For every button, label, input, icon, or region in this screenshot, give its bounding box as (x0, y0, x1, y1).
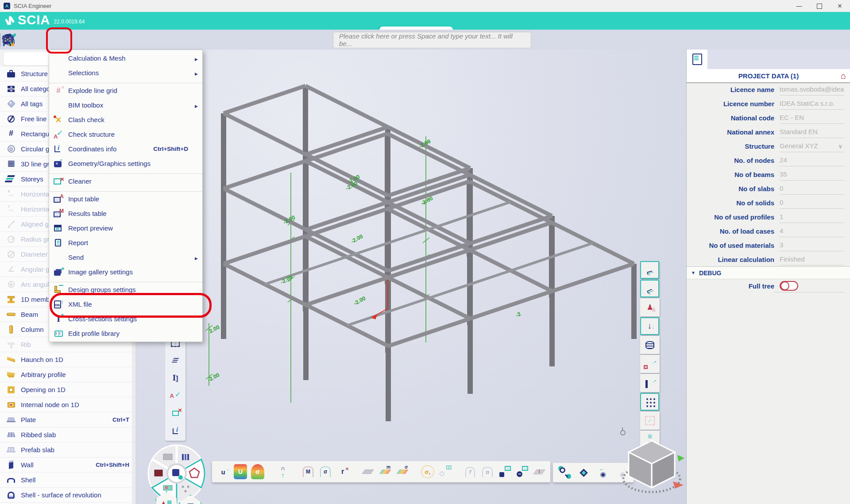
project-data-tab[interactable] (687, 50, 707, 69)
project-data-row: No of solids 0 (687, 196, 850, 210)
sidebar-item[interactable]: Prefab slab (0, 442, 135, 458)
supports-icon[interactable] (640, 317, 659, 335)
model-viewport[interactable]: -2.00-2.00-2.00-2.00-2.00-2.00-2.00-2.00… (136, 50, 686, 504)
sidebar-item[interactable]: Shell - surface of revolution (0, 488, 135, 503)
member-axes-icon[interactable] (336, 464, 349, 479)
user-account-icon[interactable] (0, 32, 16, 47)
navigation-cube[interactable] (616, 435, 687, 502)
displacement-U-icon[interactable] (234, 464, 247, 479)
point-grid-icon[interactable] (640, 393, 659, 411)
home-icon[interactable]: ⌂ (841, 71, 846, 80)
sigma-z-icon[interactable] (421, 465, 434, 478)
slab-sigma-icon[interactable] (396, 464, 409, 479)
menu-item[interactable]: Explode line grid (49, 83, 202, 98)
close-button[interactable]: ✕ (830, 0, 850, 12)
debug-section-header[interactable]: ▼ DEBUG (687, 266, 850, 279)
cleaner-icon[interactable] (167, 406, 184, 420)
storeys-icon (4, 173, 18, 185)
property-label: National annex (687, 128, 780, 136)
menu-item[interactable]: Coordinates info Ctrl+Shift+D (49, 142, 202, 156)
horizontal-x-icon (4, 189, 18, 200)
slab-m-icon[interactable] (379, 464, 392, 479)
mesh-icon[interactable] (533, 464, 546, 479)
menu-item-label: Send (68, 254, 199, 261)
sidebar-item[interactable]: Arbitrary profile (0, 367, 135, 382)
aligned-grid-icon (4, 219, 18, 230)
sidebar-item[interactable]: Haunch on 1D (0, 352, 135, 367)
sidebar-item[interactable]: Internal node on 1D (0, 397, 135, 412)
menu-item[interactable]: BIM toolbox (49, 98, 202, 112)
load-persons-icon[interactable] (640, 298, 660, 316)
maximize-button[interactable] (809, 0, 830, 12)
left-tool-strip (165, 333, 185, 441)
table-remove-icon[interactable] (515, 464, 529, 479)
free-line-grid-icon (4, 113, 18, 125)
sidebar-item[interactable]: Shell (0, 473, 135, 488)
view-cube-icon[interactable] (577, 466, 590, 480)
deformed-u-icon[interactable] (216, 464, 230, 479)
results-table-icon (53, 208, 64, 219)
menu-item[interactable]: Cleaner (49, 173, 202, 189)
coordinates-info-icon[interactable] (167, 424, 184, 438)
full-tree-row: Full tree (687, 278, 850, 293)
menu-item[interactable]: Input table (49, 191, 202, 206)
property-value: 3 (780, 239, 844, 251)
property-value: 24 (780, 154, 844, 166)
menu-item[interactable]: Selections (49, 65, 202, 80)
view-back-icon[interactable] (596, 466, 610, 480)
debug-title: DEBUG (699, 269, 722, 277)
moment-M-icon[interactable] (301, 464, 315, 479)
zoom-selection-icon[interactable] (557, 466, 571, 480)
member-modify-icon[interactable] (640, 374, 660, 392)
sidebar-item-label: Plate (21, 416, 36, 423)
cross-section-icon[interactable] (167, 371, 184, 385)
stress-sigma-icon[interactable] (251, 464, 264, 479)
sidebar-item-label: Column (21, 326, 44, 333)
full-tree-toggle[interactable] (780, 281, 798, 291)
sidebar-item[interactable]: Ribbed slab (0, 427, 135, 442)
alpha-icon[interactable] (481, 464, 494, 479)
section-cut-2-icon[interactable] (640, 280, 659, 297)
submenu-arrow-icon (195, 69, 198, 77)
menu-item[interactable]: Check structure (49, 127, 202, 142)
database-icon[interactable] (640, 336, 660, 354)
table-composer-icon[interactable] (498, 464, 511, 479)
sidebar-item[interactable]: Opening on 1D (0, 382, 135, 397)
quick-access-wheel[interactable] (146, 442, 208, 504)
section-cut-icon[interactable] (640, 261, 659, 279)
result-table-3d-icon[interactable] (438, 464, 452, 479)
minimize-button[interactable]: — (789, 0, 809, 12)
menu-item[interactable]: Calculation & Mesh (49, 51, 202, 65)
property-label: No of solids (687, 199, 780, 207)
layers-icon[interactable] (167, 353, 184, 367)
slab-icon[interactable] (361, 464, 375, 479)
menu-item[interactable]: Report (49, 235, 202, 250)
menu-item[interactable]: Clash check (49, 112, 202, 127)
selection-check-icon[interactable] (640, 412, 660, 430)
forces-f-icon[interactable] (464, 464, 477, 479)
structure-3d-model (136, 50, 686, 504)
reactions-icon[interactable] (276, 464, 290, 479)
menu-item-label: Report (68, 239, 199, 246)
menu-item[interactable]: Image gallery settings (49, 265, 202, 279)
spotlight-search-input[interactable]: Please click here or press Space and typ… (333, 31, 531, 48)
check-structure-icon[interactable] (167, 389, 184, 403)
temperature-icon[interactable] (620, 430, 626, 435)
menu-item[interactable]: Results table (49, 206, 202, 221)
menu-item[interactable]: Send (49, 250, 202, 265)
menu-item[interactable]: Edit profile library (49, 326, 202, 341)
project-data-row: No. of nodes 24 (687, 153, 850, 167)
menu-item[interactable]: Geometry/Graphics settings (49, 156, 202, 171)
property-label: Licence number (687, 100, 780, 108)
sidebar-item[interactable]: Plate Ctrl+T (0, 412, 135, 427)
chevron-down-icon[interactable]: ∨ (838, 143, 842, 150)
menu-item[interactable]: Report preview (49, 221, 202, 235)
app-icon (4, 3, 10, 9)
menu-item-label: Report preview (68, 224, 199, 232)
haunch-icon (4, 354, 18, 365)
sidebar-item[interactable]: Wall Ctrl+Shift+H (0, 458, 135, 473)
menu-item-label: Cleaner (68, 177, 199, 185)
node-modify-icon[interactable] (640, 355, 660, 373)
stress-frame-icon[interactable] (319, 464, 332, 479)
menu-item-label: Edit profile library (68, 330, 199, 337)
